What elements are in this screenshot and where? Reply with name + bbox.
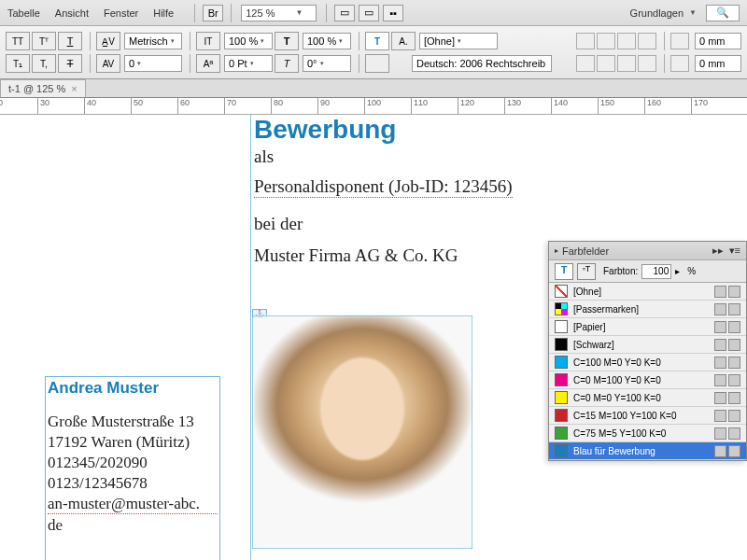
fill-field[interactable]: [Ohne]▾ — [419, 33, 498, 49]
align-left-icon[interactable] — [576, 33, 595, 49]
swatch-name: C=0 M=0 Y=100 K=0 — [573, 393, 712, 403]
align-right-icon[interactable] — [617, 33, 636, 49]
swatch-row[interactable]: C=0 M=0 Y=100 K=0 — [549, 389, 746, 407]
document-canvas[interactable]: Bewerbung als Personaldisponent (Job-ID:… — [0, 115, 747, 560]
skew-field[interactable]: 0°▾ — [303, 55, 351, 72]
language-field[interactable]: Deutsch: 2006 Rechtschreib — [412, 55, 552, 72]
doc-bei[interactable]: bei der — [254, 214, 303, 234]
photo-frame[interactable] — [252, 315, 472, 549]
swatch-row[interactable]: C=75 M=5 Y=100 K=0 — [549, 425, 746, 442]
outdent-field[interactable]: 0 mm — [695, 55, 741, 72]
swatch-row[interactable]: C=15 M=100 Y=100 K=0 — [549, 407, 746, 425]
swatch-type-icon — [714, 445, 726, 457]
menu-tabelle[interactable]: Tabelle — [7, 7, 40, 19]
view-mode-2-icon[interactable]: ▭ — [359, 5, 379, 21]
fill-swatch-icon[interactable]: T — [555, 263, 573, 280]
swatch-row[interactable]: Blau für Bewerbung — [549, 442, 746, 460]
search-icon[interactable]: 🔍 — [706, 5, 740, 21]
guide-vertical[interactable] — [250, 115, 251, 560]
swatch-color-icon — [555, 320, 568, 333]
menu-ansicht[interactable]: Ansicht — [55, 7, 89, 19]
swatch-type-icon — [714, 410, 726, 422]
swatch-row[interactable]: [Papier] — [549, 318, 746, 336]
underline-icon[interactable]: T — [58, 32, 82, 50]
justify-icon[interactable] — [638, 33, 656, 49]
tracking-icon[interactable]: AV — [96, 54, 120, 73]
view-mode-1-icon[interactable]: ▭ — [334, 5, 355, 21]
swatches-panel[interactable]: ▸Farbfelder▸▸▾≡ T ▫T Farbton: ▸ % [Ohne]… — [548, 241, 747, 461]
addr-tel2[interactable]: 0123/12345678 — [48, 474, 218, 493]
swatches-toolbar: T ▫T Farbton: ▸ % — [549, 260, 746, 283]
metrics-field[interactable]: Metrisch▾ — [124, 33, 182, 49]
swatch-type-icon — [714, 392, 726, 404]
outdent-icon[interactable] — [670, 55, 689, 72]
subscript-icon[interactable]: T₁ — [6, 54, 30, 73]
swatches-header[interactable]: ▸Farbfelder▸▸▾≡ — [549, 242, 746, 260]
swatch-mode-icon — [728, 357, 740, 369]
doc-als[interactable]: als — [254, 147, 274, 167]
hscale-icon[interactable]: T — [275, 32, 299, 50]
swatch-mode-icon — [728, 410, 740, 422]
addr-mail2[interactable]: de — [48, 516, 218, 535]
zoom-level[interactable]: 125 %▼ — [241, 5, 317, 21]
addr-mail1[interactable]: an-muster@muster-abc. — [48, 495, 218, 514]
fill-t-icon[interactable]: T — [365, 32, 389, 50]
swatch-type-icon — [714, 339, 726, 351]
smallcaps-icon[interactable]: Tᵀ — [32, 32, 56, 50]
doc-role[interactable]: Personaldisponent (Job-ID: 123456) — [254, 176, 513, 198]
justify-all-icon[interactable] — [576, 55, 595, 72]
justify-right-icon[interactable] — [638, 55, 656, 72]
strike-icon[interactable]: T — [58, 54, 82, 73]
tab-doc1[interactable]: t-1 @ 125 %× — [0, 79, 86, 97]
menu-hilfe[interactable]: Hilfe — [153, 7, 174, 19]
swatch-mode-icon — [728, 374, 740, 386]
tracking-field[interactable]: 0▾ — [124, 55, 182, 72]
allcaps-icon[interactable]: T, — [32, 54, 56, 73]
bridge-icon[interactable]: Br — [203, 5, 223, 21]
justify-center-icon[interactable] — [617, 55, 636, 72]
panel-collapse-icon[interactable]: ▸▸ — [712, 245, 724, 257]
vscale-field[interactable]: 100 %▾ — [224, 33, 273, 49]
swatch-mode-icon — [728, 303, 740, 315]
doc-title[interactable]: Bewerbung — [254, 115, 396, 145]
swatch-type-icon — [714, 321, 726, 333]
swatch-row[interactable]: [Passermarken] — [549, 301, 746, 318]
swatch-color-icon — [555, 391, 568, 404]
swatch-name: [Passermarken] — [573, 304, 712, 315]
indent-field[interactable]: 0 mm — [695, 33, 741, 49]
workspace-label[interactable]: Grundlagen — [630, 7, 684, 19]
kerning-icon[interactable]: A̲V — [96, 32, 120, 50]
indent-icon[interactable] — [670, 33, 689, 49]
close-icon[interactable]: × — [71, 83, 77, 94]
panel-menu-icon[interactable]: ▾≡ — [729, 245, 740, 257]
address-frame[interactable]: Andrea Muster Große Musterstraße 13 1719… — [45, 376, 220, 560]
addr-street[interactable]: Große Musterstraße 13 — [48, 413, 218, 431]
superscript-icon[interactable]: TT — [6, 32, 30, 50]
swatch-color-icon — [555, 338, 568, 351]
swatch-row[interactable]: C=0 M=100 Y=0 K=0 — [549, 371, 746, 389]
hscale-field[interactable]: 100 %▾ — [303, 33, 351, 49]
ruler[interactable]: 2030405060708090100110120130140150160170 — [0, 98, 747, 115]
baseline-icon[interactable]: Aª — [196, 54, 220, 73]
justify-left-icon[interactable] — [597, 55, 615, 72]
doc-firm[interactable]: Muster Firma AG & Co. KG — [254, 245, 458, 266]
menu-fenster[interactable]: Fenster — [104, 7, 138, 19]
vscale-icon[interactable]: IT — [196, 32, 220, 50]
align-center-icon[interactable] — [597, 33, 615, 49]
addr-city[interactable]: 17192 Waren (Müritz) — [48, 433, 218, 452]
view-mode-3-icon[interactable]: ▪▪ — [383, 5, 403, 21]
addr-tel1[interactable]: 012345/202090 — [48, 454, 218, 472]
baseline-field[interactable]: 0 Pt▾ — [224, 55, 273, 72]
stroke-none-icon[interactable] — [365, 54, 389, 73]
control-panel: TT Tᵀ T A̲V Metrisch▾ IT 100 %▾ T 100 %▾… — [0, 26, 747, 79]
swatch-name: C=75 M=5 Y=100 K=0 — [573, 428, 712, 439]
swatch-row[interactable]: C=100 M=0 Y=0 K=0 — [549, 354, 746, 371]
swatch-row[interactable]: [Schwarz] — [549, 336, 746, 354]
stroke-swatch-icon[interactable]: ▫T — [577, 263, 596, 280]
swatch-row[interactable]: [Ohne] — [549, 283, 746, 301]
fill-a-icon[interactable]: A. — [391, 32, 416, 50]
tint-input[interactable] — [641, 264, 671, 279]
addr-name[interactable]: Andrea Muster — [48, 379, 218, 398]
tint-arrow-icon[interactable]: ▸ — [675, 266, 680, 276]
skew-icon[interactable]: T — [275, 54, 299, 73]
